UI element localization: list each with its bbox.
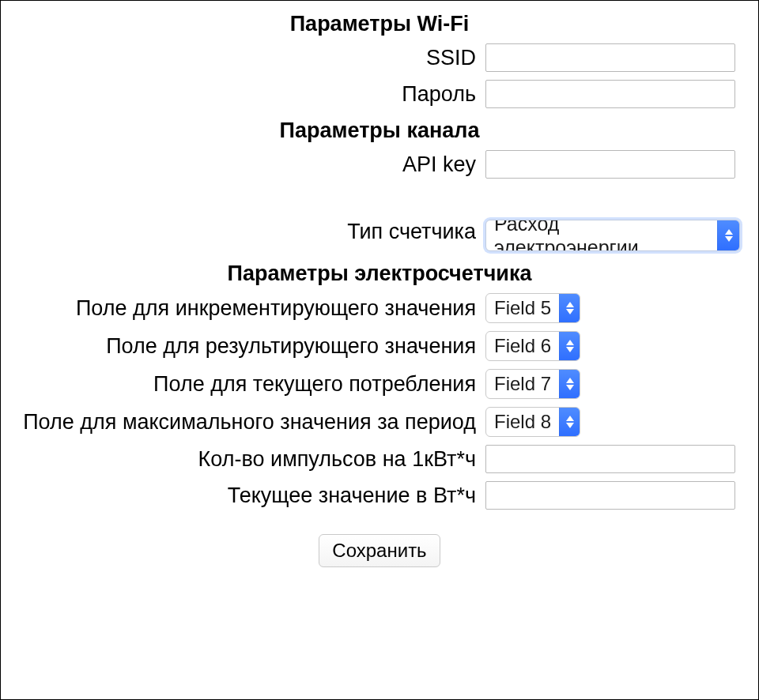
field-inc-select[interactable]: Field 5 [485, 293, 580, 323]
heading-wifi: Параметры Wi-Fi [9, 7, 750, 38]
heading-channel: Параметры канала [9, 114, 750, 145]
label-field-max: Поле для максимального значения за перио… [9, 405, 481, 439]
current-val-input[interactable] [485, 481, 735, 510]
label-counter-type: Тип счетчика [9, 209, 481, 254]
label-field-cur: Поле для текущего потребления [9, 367, 481, 401]
field-cur-select[interactable]: Field 7 [485, 369, 580, 399]
counter-type-select[interactable]: Расход электроэнергии [485, 220, 740, 251]
spacer [9, 184, 750, 206]
save-button[interactable]: Сохранить [319, 534, 440, 567]
heading-meter: Параметры электросчетчика [9, 257, 750, 288]
label-field-res: Поле для результирующего значения [9, 329, 481, 363]
password-input[interactable] [485, 80, 735, 108]
label-current-val: Текущее значение в Вт*ч [9, 479, 481, 512]
label-field-inc: Поле для инкрементирующего значения [9, 291, 481, 326]
pulses-input[interactable] [485, 445, 735, 473]
label-pulses: Кол-во импульсов на 1кВт*ч [9, 442, 481, 476]
settings-panel: Параметры Wi-Fi SSID Пароль Параметры ка… [0, 0, 759, 700]
ssid-input[interactable] [485, 43, 735, 72]
label-ssid: SSID [9, 41, 481, 74]
field-res-select[interactable]: Field 6 [485, 331, 580, 361]
label-password: Пароль [9, 77, 481, 111]
settings-table: Параметры Wi-Fi SSID Пароль Параметры ка… [9, 4, 750, 573]
field-max-select[interactable]: Field 8 [485, 407, 580, 437]
label-api-key: API key [9, 148, 481, 181]
api-key-input[interactable] [485, 150, 735, 179]
